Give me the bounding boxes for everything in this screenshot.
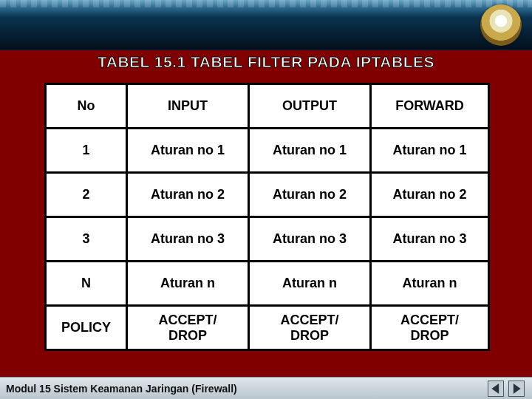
arrow-left-icon xyxy=(491,383,501,394)
cell-input: ACCEPT/DROP xyxy=(127,306,249,350)
cell-no: N xyxy=(46,262,127,306)
table-row-policy: POLICY ACCEPT/DROP ACCEPT/DROP ACCEPT/DR… xyxy=(46,306,489,350)
cell-input: Aturan no 3 xyxy=(127,217,249,262)
cell-input: Aturan n xyxy=(127,262,249,306)
col-output: OUTPUT xyxy=(249,84,371,129)
cell-forward: Aturan no 1 xyxy=(371,129,489,173)
cell-no: 2 xyxy=(46,173,127,217)
prev-button[interactable] xyxy=(488,381,504,397)
iptables-filter-table: No INPUT OUTPUT FORWARD 1 Aturan no 1 At… xyxy=(44,83,490,351)
table-row: 3 Aturan no 3 Aturan no 3 Aturan no 3 xyxy=(46,217,489,262)
footer-bar: Modul 15 Sistem Keamanan Jaringan (Firew… xyxy=(0,377,532,399)
cell-forward: Aturan n xyxy=(371,262,489,306)
cell-forward: Aturan no 3 xyxy=(371,217,489,262)
slide: TABEL 15.1 TABEL FILTER PADA IPTABLES No… xyxy=(0,0,532,399)
table-row: 2 Aturan no 2 Aturan no 2 Aturan no 2 xyxy=(46,173,489,217)
col-input: INPUT xyxy=(127,84,249,129)
slide-title: TABEL 15.1 TABEL FILTER PADA IPTABLES xyxy=(0,53,532,71)
arrow-right-icon xyxy=(511,383,522,394)
cell-output: Aturan n xyxy=(249,262,371,306)
cell-no: 3 xyxy=(46,217,127,262)
cell-forward: ACCEPT/DROP xyxy=(371,306,489,350)
table-container: No INPUT OUTPUT FORWARD 1 Aturan no 1 At… xyxy=(44,83,488,351)
table-header-row: No INPUT OUTPUT FORWARD xyxy=(46,84,489,129)
cell-no: 1 xyxy=(46,129,127,173)
table-row: N Aturan n Aturan n Aturan n xyxy=(46,262,489,306)
col-forward: FORWARD xyxy=(371,84,489,129)
nav-controls xyxy=(488,381,525,397)
cell-forward: Aturan no 2 xyxy=(371,173,489,217)
col-no: No xyxy=(46,84,127,129)
cell-output: Aturan no 1 xyxy=(249,129,371,173)
cell-input: Aturan no 1 xyxy=(127,129,249,173)
table-row: 1 Aturan no 1 Aturan no 1 Aturan no 1 xyxy=(46,129,489,173)
next-button[interactable] xyxy=(508,381,525,397)
cell-output: Aturan no 3 xyxy=(249,217,371,262)
tut-wuri-logo-icon xyxy=(480,4,522,46)
svg-marker-1 xyxy=(514,383,521,394)
cell-no: POLICY xyxy=(46,306,127,350)
cell-output: Aturan no 2 xyxy=(249,173,371,217)
cell-output: ACCEPT/DROP xyxy=(249,306,371,350)
svg-marker-0 xyxy=(491,383,499,394)
footer-text: Modul 15 Sistem Keamanan Jaringan (Firew… xyxy=(6,383,237,395)
header-strip xyxy=(0,0,532,7)
cell-input: Aturan no 2 xyxy=(127,173,249,217)
header-bar xyxy=(0,0,532,50)
